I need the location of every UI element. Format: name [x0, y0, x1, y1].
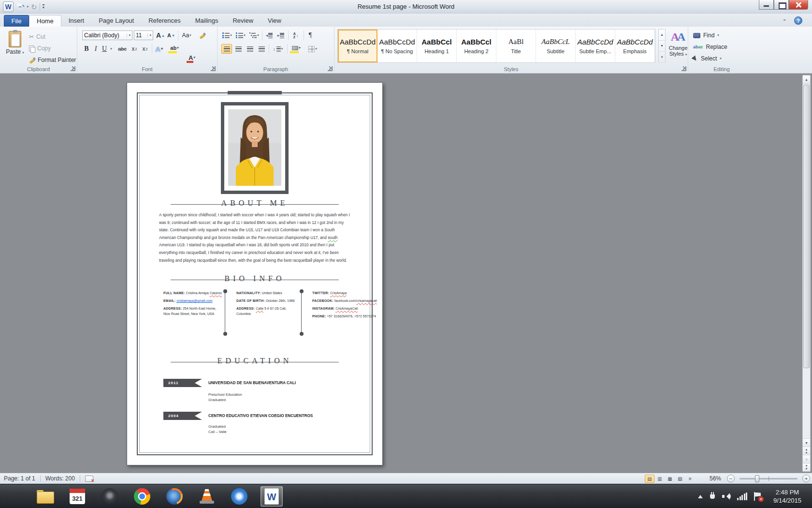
email-link[interactable]: cristiamaya@gmail.com	[176, 299, 212, 302]
tab-page-layout[interactable]: Page Layout	[91, 15, 141, 27]
taskbar-player-button[interactable]	[228, 486, 250, 507]
tab-insert[interactable]: Insert	[61, 15, 92, 27]
zoom-out-button[interactable]: −	[727, 475, 735, 482]
scrollbar-track[interactable]	[803, 84, 810, 438]
replace-button[interactable]: abac Replace	[693, 42, 727, 52]
bullets-button[interactable]: ▾	[221, 30, 233, 40]
zoom-slider[interactable]	[740, 478, 798, 479]
volume-icon[interactable]	[722, 493, 731, 500]
show-formatting-button[interactable]: ¶	[305, 30, 315, 40]
vertical-scrollbar[interactable]: ▲ ▼ ▲▲ ○ ▼▼	[802, 75, 811, 472]
font-dialog-launcher[interactable]	[211, 66, 216, 71]
clear-formatting-button[interactable]	[196, 30, 208, 40]
shading-button[interactable]: ▾	[289, 43, 304, 53]
text-highlight-button[interactable]: ab ▾	[167, 43, 182, 53]
draft-view-button[interactable]: ≡	[685, 475, 695, 483]
style-heading-1[interactable]: AaBbCcl Heading 1	[417, 30, 457, 62]
minimize-button[interactable]	[759, 0, 774, 10]
numbering-button[interactable]: ▾	[235, 30, 246, 40]
next-page-button[interactable]: ▼▼	[803, 463, 810, 471]
about-me-paragraph[interactable]: A sporty person since childhood; I start…	[159, 211, 352, 264]
select-button[interactable]: Select ▾	[693, 54, 722, 63]
full-screen-reading-view-button[interactable]: ▥	[655, 475, 665, 483]
document-page[interactable]: ABOUT ME A sporty person since childhood…	[127, 82, 383, 465]
style-subtle-emphasis[interactable]: AaBbCcDd Subtle Emp...	[576, 30, 615, 62]
taskbar-word-button[interactable]: W	[261, 486, 283, 507]
grow-font-button[interactable]: A▲	[156, 30, 165, 40]
tab-view[interactable]: View	[261, 15, 289, 27]
line-spacing-button[interactable]: ↕ ▾	[271, 44, 285, 54]
style-emphasis[interactable]: AaBbCcDd Emphasis	[615, 30, 655, 62]
action-center-flag-icon[interactable]: ×	[754, 492, 762, 501]
taskbar-vlc-button[interactable]	[196, 486, 218, 507]
taskbar-media-button[interactable]	[99, 486, 121, 507]
subscript-button[interactable]: x2	[130, 44, 139, 54]
maximize-button[interactable]	[774, 0, 789, 10]
help-icon[interactable]: ?	[794, 16, 802, 25]
clipboard-dialog-launcher[interactable]	[71, 66, 75, 71]
increase-indent-button[interactable]: ▸	[276, 30, 286, 40]
superscript-button[interactable]: x2	[140, 44, 150, 54]
taskbar-clock[interactable]: 2:48 PM 9/14/2015	[768, 488, 806, 505]
style-title[interactable]: AaBl Title	[496, 30, 536, 62]
change-styles-button[interactable]: AA Change Styles ▾	[668, 30, 688, 70]
underline-button[interactable]: U	[101, 44, 108, 54]
gallery-expand-icon[interactable]: ▾	[659, 52, 665, 63]
format-painter-button[interactable]: Format Painter	[29, 55, 76, 65]
zoom-in-button[interactable]: +	[802, 475, 810, 482]
print-layout-view-button[interactable]: ▤	[645, 475, 654, 483]
shrink-font-button[interactable]: A▼	[166, 30, 176, 40]
text-effects-button[interactable]: A▾	[154, 44, 164, 54]
strikethrough-button[interactable]: abc	[116, 44, 129, 54]
tab-review[interactable]: Review	[225, 15, 261, 27]
previous-page-button[interactable]: ▲▲	[803, 447, 810, 455]
align-center-button[interactable]	[233, 44, 244, 54]
font-name-select[interactable]: Calibri (Body) ▾	[82, 30, 132, 40]
find-button[interactable]: Find ▾	[693, 30, 719, 40]
sort-button[interactable]: AZ ↓	[290, 30, 302, 40]
font-size-select[interactable]: 11 ▾	[134, 30, 153, 40]
style-no-spacing[interactable]: AaBbCcDd ¶ No Spacing	[377, 30, 417, 62]
borders-button[interactable]: ▾	[305, 44, 320, 54]
gallery-scroll-up-icon[interactable]: ▲	[659, 30, 665, 41]
taskbar-chrome-button[interactable]	[131, 486, 153, 507]
tab-mailings[interactable]: Mailings	[188, 15, 226, 27]
outline-view-button[interactable]: ▧	[675, 475, 685, 483]
show-hidden-icons-button[interactable]	[698, 493, 703, 498]
font-color-button[interactable]: A ▾	[185, 53, 199, 62]
gallery-scroll-down-icon[interactable]: ▼	[659, 41, 665, 52]
zoom-slider-thumb[interactable]	[755, 475, 759, 482]
page-indicator[interactable]: Page: 1 of 1	[4, 475, 35, 482]
style-heading-2[interactable]: AaBbCcl Heading 2	[457, 30, 496, 62]
paste-dropdown-icon[interactable]: ▾	[22, 51, 24, 54]
scrollbar-thumb[interactable]	[803, 85, 810, 368]
chevron-down-icon[interactable]: ▾	[147, 33, 151, 37]
justify-button[interactable]	[256, 44, 267, 54]
styles-dialog-launcher[interactable]	[682, 66, 686, 71]
paste-button[interactable]: Paste ▾	[4, 30, 26, 65]
style-normal[interactable]: AaBbCcDd ¶ Normal	[338, 30, 377, 62]
paragraph-dialog-launcher[interactable]	[328, 66, 333, 71]
change-case-button[interactable]: Aa ▾	[180, 30, 193, 40]
style-subtitle[interactable]: AaBbCcL Subtitle	[536, 30, 576, 62]
taskbar-calendar-button[interactable]: 321	[66, 486, 88, 507]
tab-references[interactable]: References	[141, 15, 188, 27]
power-plug-icon[interactable]	[709, 492, 716, 501]
network-signal-icon[interactable]	[737, 493, 747, 500]
decrease-indent-button[interactable]: ◂	[264, 30, 275, 40]
cut-button[interactable]: ✂ Cut	[29, 31, 76, 42]
tab-file[interactable]: File	[4, 15, 29, 27]
align-left-button[interactable]	[221, 44, 232, 54]
scroll-down-icon[interactable]: ▼	[803, 438, 810, 447]
chevron-down-icon[interactable]: ▾	[127, 33, 130, 37]
taskbar-explorer-button[interactable]	[34, 486, 56, 507]
word-count[interactable]: Words: 200	[45, 475, 75, 482]
italic-button[interactable]: I	[92, 44, 100, 54]
proofing-errors-icon[interactable]	[85, 475, 93, 482]
collapse-ribbon-icon[interactable]: ⌃	[780, 17, 789, 25]
scroll-up-icon[interactable]: ▲	[803, 75, 810, 84]
taskbar-firefox-button[interactable]	[163, 486, 186, 507]
tab-home[interactable]: Home	[29, 15, 61, 27]
bold-button[interactable]: B	[82, 44, 91, 54]
select-browse-object-button[interactable]: ○	[803, 455, 810, 463]
